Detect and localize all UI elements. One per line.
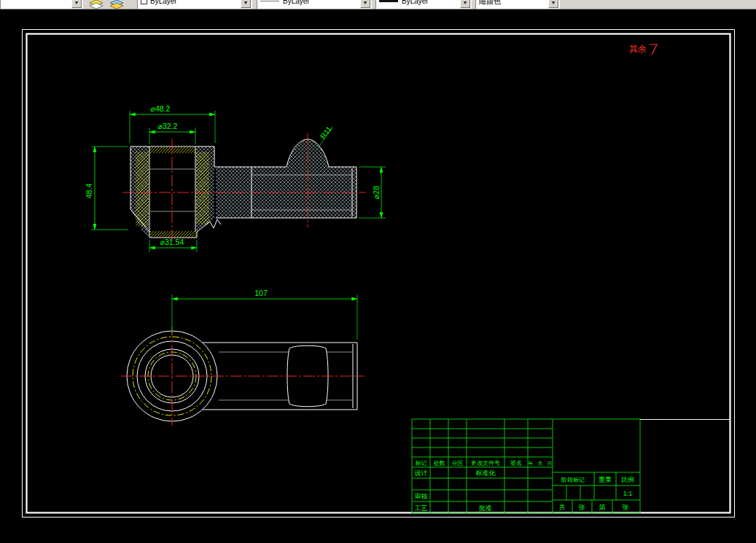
centerlines: [121, 327, 365, 426]
sheet-cell: 张: [579, 504, 585, 511]
scale-label: 比例: [621, 476, 634, 483]
dimension-text: R11: [319, 125, 334, 141]
title-block-border: [412, 419, 640, 513]
bushing-left-hatch: [136, 152, 149, 226]
standardization-label: 标准化: [475, 469, 496, 477]
command-combo[interactable]: ▼: [0, 0, 83, 9]
chevron-down-icon[interactable]: ▼: [548, 0, 558, 8]
title-block-header-cell: 年、月、日: [529, 461, 553, 466]
chevron-down-icon[interactable]: ▼: [360, 0, 370, 8]
title-block-header-cell: 处数: [434, 460, 445, 466]
color-swatch: [141, 0, 147, 4]
title-block-header-cell: 更改文件号: [471, 460, 500, 466]
layers-icon[interactable]: [109, 0, 124, 9]
title-block-header-cell: 分区: [452, 460, 464, 466]
dimension-text: ⌀48.2: [151, 104, 171, 113]
sheet-cell: 张: [623, 504, 629, 511]
plotstyle-value: 随颜色: [479, 0, 501, 7]
dimension-text: 107: [254, 289, 268, 297]
layer-translucency-icon[interactable]: [89, 0, 104, 9]
roughness-symbol-icon: [650, 44, 657, 55]
scale-value: 1:1: [623, 490, 633, 497]
title-block-header-cell: 签名: [510, 460, 522, 466]
chevron-down-icon[interactable]: ▼: [71, 0, 82, 8]
approve-label: 批准: [478, 504, 492, 512]
dimension-radius: R11: [319, 125, 334, 147]
arm-section-hatch: [216, 139, 356, 218]
chevron-down-icon[interactable]: ▼: [460, 0, 470, 8]
top-ring-hatch: [149, 147, 195, 153]
linetype-value: ByLayer: [283, 0, 310, 5]
title-block: 标记 处数 分区 更改文件号 签名 年、月、日 设计 标准化 审核 工艺 批准 …: [412, 419, 730, 513]
title-block-columns: [430, 419, 553, 513]
title-block-header-cell: 标记: [416, 460, 427, 466]
dimension-text: ⌀32.2: [158, 122, 178, 130]
dimension-height: 48.4: [85, 147, 128, 230]
top-toolbar: ▼ ByLayer ▼ ByLayer ▼ ByLayer ▼ 随颜色 ▼: [0, 0, 756, 9]
weight-label: 重量: [599, 476, 612, 483]
dimension-dia-bottom: ⌀31.54: [149, 238, 197, 252]
sheet-cell: 第: [599, 504, 606, 511]
body-outline: [203, 343, 357, 410]
dimension-text: ⌀28: [372, 186, 381, 199]
section-view: ⌀48.2 ⌀32.2 48.4 ⌀31.54 ⌀28 R11: [85, 104, 386, 252]
review-label: 审核: [415, 493, 428, 500]
dimension-length: 107: [172, 289, 357, 340]
linetype-control[interactable]: ByLayer ▼: [257, 0, 372, 9]
process-label: 工艺: [415, 504, 428, 512]
design-label: 设计: [415, 469, 428, 477]
color-value: ByLayer: [150, 0, 177, 5]
drawing-canvas[interactable]: 其余 ⌀48.2 ⌀32.2 48: [0, 0, 756, 543]
bushing-right-hatch: [196, 152, 209, 224]
sheet-cell: 共: [559, 504, 566, 511]
lineweight-control[interactable]: ByLayer ▼: [375, 0, 472, 9]
linetype-sample: [260, 1, 279, 1]
plan-view: 107: [121, 289, 365, 426]
bottom-ring-hatch: [149, 231, 197, 237]
color-control[interactable]: ByLayer ▼: [137, 0, 252, 9]
boot-groove-notch: [210, 219, 221, 228]
surface-note-text: 其余: [629, 44, 647, 54]
lineweight-sample: [379, 0, 398, 2]
dimension-text: ⌀31.54: [160, 238, 184, 246]
dimension-dia-bore: ⌀32.2: [149, 122, 195, 144]
dimension-text: 48.4: [85, 184, 93, 199]
surface-roughness-note: 其余: [629, 44, 657, 55]
chevron-down-icon[interactable]: ▼: [241, 0, 251, 8]
stage-mark-label: 阶段标记: [561, 477, 585, 483]
lineweight-value: ByLayer: [402, 0, 429, 5]
drawing-frame: [23, 30, 735, 517]
plotstyle-control[interactable]: 随颜色 ▼: [475, 0, 560, 9]
